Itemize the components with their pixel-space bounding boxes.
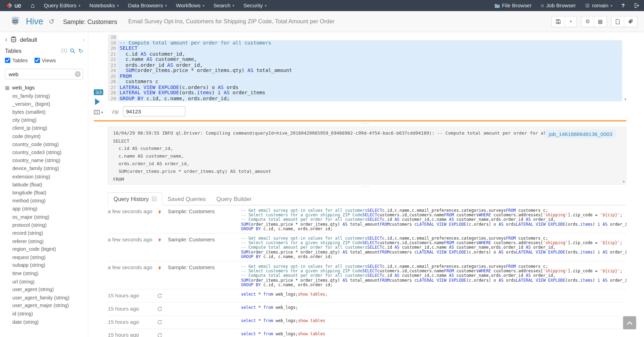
history-query-name[interactable]: Sample: Customers [168, 208, 241, 231]
column-item[interactable]: date (string) [13, 318, 88, 326]
history-query-name[interactable]: Sample: Customers [168, 235, 241, 259]
history-row[interactable]: 15 hours agoselect * from web_logs; [108, 303, 626, 316]
column-item[interactable]: url (string) [13, 278, 88, 286]
column-item[interactable]: referer (string) [13, 238, 88, 246]
execute-button[interactable] [95, 98, 100, 105]
column-item[interactable]: time (string) [13, 270, 88, 278]
tags-button[interactable] [624, 16, 637, 27]
clear-search-icon[interactable]: × [75, 71, 81, 77]
column-item[interactable]: id (string) [13, 310, 88, 318]
tables-checkbox-input[interactable] [5, 58, 10, 63]
column-item[interactable]: bytes (smallint) [13, 109, 88, 117]
column-item[interactable]: user_agent_major (string) [13, 302, 88, 310]
menu-data-browsers[interactable]: Data Browsers ▾ [123, 0, 171, 11]
column-item[interactable]: subapp (string) [13, 262, 88, 270]
help-button[interactable]: ? [617, 0, 629, 11]
history-sql[interactable]: select * from web_logs;show tables [241, 331, 626, 337]
column-item[interactable]: request (string) [13, 254, 88, 262]
table-search-input[interactable] [5, 69, 83, 80]
views-checkbox-input[interactable] [34, 58, 40, 63]
menu-search[interactable]: Search ▾ [209, 0, 239, 11]
column-item[interactable]: app (string) [13, 205, 88, 213]
new-document-button[interactable] [611, 16, 624, 27]
history-sql[interactable]: select * from web_logs; [241, 305, 626, 313]
history-sql[interactable]: select * from web_logs;show tables; [241, 291, 626, 300]
editor-line[interactable] [118, 34, 622, 40]
logout-button[interactable] [629, 0, 644, 11]
tab-query-builder[interactable]: Query Builder [211, 193, 257, 205]
editor-line[interactable]: c.name AS customer_name, [118, 57, 622, 62]
refresh-icon[interactable]: ↻ [78, 47, 83, 54]
editor-line[interactable]: FROM [118, 73, 622, 79]
query-map-button[interactable]: ▾ [94, 110, 103, 114]
editor-line[interactable]: ords.order_id AS order_id, [118, 62, 622, 68]
search-icon[interactable] [70, 48, 75, 53]
history-sql[interactable]: -- Get email survey opt-in values for al… [241, 235, 626, 259]
job-browser-button[interactable]: ≡ Job Browser [536, 0, 580, 11]
history-sql[interactable]: -- Get email survey opt-in values for al… [241, 208, 626, 231]
resize-handle-top[interactable]: ··· [106, 121, 626, 127]
column-item[interactable]: country_code3 (string) [13, 149, 88, 157]
menu-workflows[interactable]: Workflows ▾ [172, 0, 209, 11]
variable-zip-input[interactable] [123, 106, 185, 117]
history-query-name[interactable] [168, 291, 241, 300]
history-row[interactable]: 15 hours agoselect * from web_logs;show … [108, 289, 626, 303]
table-item-web-logs[interactable]: ▦ web_logs [0, 80, 88, 91]
column-item[interactable]: _version_ (bigint) [13, 100, 88, 108]
column-item[interactable]: country_name (string) [13, 157, 88, 165]
column-item[interactable]: longitude (float) [13, 189, 88, 197]
column-item[interactable]: user_agent (string) [13, 286, 88, 294]
editor-line[interactable]: -- Compute total amount per order for al… [118, 40, 622, 46]
history-row[interactable]: a few seconds agoSample: Customers-- Get… [108, 262, 626, 290]
back-icon[interactable]: ‹ [5, 37, 7, 42]
editor-line[interactable]: SUM(order_items.price * order_items.qty)… [118, 68, 622, 73]
collapse-sidebar-icon[interactable]: ‹ [83, 36, 85, 43]
column-item[interactable]: device_family (string) [13, 165, 88, 173]
editor-line[interactable]: GROUP BY c.id, c.name, ords.order_id; [118, 96, 622, 101]
history-row[interactable]: a few seconds agoSample: Customers-- Get… [108, 206, 626, 234]
history-icon[interactable]: ↺ [49, 17, 55, 26]
schedule-button[interactable]: ▦ [594, 16, 606, 27]
history-row[interactable]: 15 hours agoselect * from web_logs;show … [108, 329, 626, 337]
menu-query-editors[interactable]: Query Editors ▾ [39, 0, 85, 11]
column-item[interactable]: protocol (string) [13, 221, 88, 229]
history-query-name[interactable] [168, 331, 241, 337]
job-link[interactable]: job_1461888648136_0003 [545, 130, 616, 138]
history-row[interactable]: a few seconds agoSample: Customers-- Get… [108, 233, 626, 262]
column-item[interactable]: region_code (bigint) [13, 246, 88, 254]
tab-query-history[interactable]: Query History [108, 192, 162, 206]
app-name[interactable]: Hive [26, 16, 43, 26]
scroll-to-top-button[interactable] [623, 316, 636, 329]
history-row[interactable]: 15 hours agoselect * from web_logs;show … [108, 316, 626, 329]
editor-code[interactable]: -- Compute total amount per order for al… [118, 34, 622, 101]
scrollbar-down-icon[interactable]: ▾ [623, 179, 625, 184]
column-item[interactable]: code (tinyint) [13, 133, 88, 141]
column-item[interactable]: record (string) [13, 230, 88, 238]
column-item[interactable]: city (string) [13, 117, 88, 125]
database-name[interactable]: default [20, 36, 37, 43]
column-item[interactable]: method (string) [13, 197, 88, 205]
column-item[interactable]: country_code (string) [13, 141, 88, 149]
column-item[interactable]: os_family (string) [13, 92, 88, 100]
save-button[interactable] [552, 16, 565, 27]
resize-handle-bottom[interactable]: ··· [106, 184, 626, 190]
sql-editor[interactable]: 181920212223242526272829 -- Compute tota… [108, 34, 626, 102]
home-button[interactable]: ⌂ [26, 0, 39, 11]
save-dropdown-button[interactable]: ▾ [565, 16, 577, 27]
history-query-name[interactable]: Sample: Customers [168, 264, 241, 287]
editor-line[interactable]: c.id AS customer_id, [118, 51, 622, 57]
history-sql[interactable]: -- Get email survey opt-in values for al… [241, 264, 626, 287]
column-item[interactable]: os_major (string) [13, 213, 88, 221]
file-browser-button[interactable]: File Browser [489, 0, 536, 11]
filter-views-checkbox[interactable]: Views [34, 57, 56, 64]
hue-logo[interactable]: ue [0, 0, 26, 11]
filter-tables-checkbox[interactable]: Tables [5, 57, 28, 64]
scrollbar-down-icon[interactable]: ▾ [625, 97, 626, 101]
settings-button[interactable]: ⚙ [581, 16, 594, 27]
tab-saved-queries[interactable]: Saved Queries [162, 193, 211, 205]
user-menu[interactable]: ⚙ romain ▾ [580, 0, 617, 11]
editor-line[interactable]: LATERAL VIEW EXPLODE(ords.items) i AS or… [118, 90, 622, 96]
column-item[interactable]: extension (string) [13, 173, 88, 181]
history-sql[interactable]: select * from web_logs;show tables [241, 318, 626, 327]
history-query-name[interactable] [168, 318, 241, 327]
